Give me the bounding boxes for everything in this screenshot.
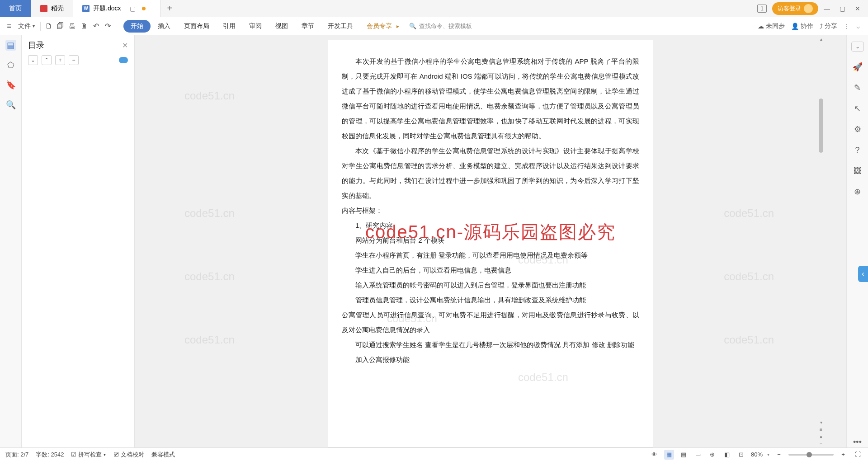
proofread[interactable]: 🗹文档校对 [113,451,144,459]
settings-icon[interactable]: ⚙ [852,124,863,135]
chevron-right-icon: ▸ [396,23,399,29]
ruler-icon[interactable]: ⊡ [736,450,746,460]
read-view-icon[interactable]: ▭ [693,450,703,460]
word-count[interactable]: 字数: 2542 [36,451,64,459]
zoom-thumb[interactable] [807,452,812,457]
login-button[interactable]: 访客登录 [772,2,818,15]
search-icon: 🔍 [409,23,416,29]
outline-toggle[interactable] [119,57,128,63]
save-as-icon[interactable]: 🗐 [55,21,66,32]
fullscreen-icon[interactable]: ⛶ [853,450,863,460]
zoom-slider[interactable] [788,454,834,456]
page-view-icon[interactable]: ▦ [664,450,674,460]
menu-layout[interactable]: 页面布局 [178,19,216,33]
collapse-all-icon[interactable]: ⌄ [28,55,38,65]
scroll-down-icon[interactable]: ▾ [817,419,825,426]
page-indicator[interactable]: 页面: 2/7 [5,451,28,459]
share-icon: ⤴ [820,23,823,30]
doc-paragraph: 本次开发的基于微信小程序的学生公寓电费信息管理系统相对于传统的 APP 脱离了平… [342,54,639,143]
close-button[interactable]: ✕ [851,2,864,15]
menu-review[interactable]: 审阅 [243,19,268,33]
status-bar: 页面: 2/7 字数: 2542 ☑拼写检查▾ 🗹文档校对 兼容模式 👁 ▦ ▤… [0,447,868,461]
menu-reference[interactable]: 引用 [217,19,242,33]
minimize-button[interactable]: — [820,2,834,15]
menu-bar: 开始 插入 页面布局 引用 审阅 视图 章节 开发工具 会员专享 ▸ [123,19,399,33]
add-tab-button[interactable]: + [160,3,179,14]
image-icon[interactable]: 🖼 [852,165,863,176]
right-rail: ⌄ 🚀 ✎ ↖ ⚙ ? 🖼 ⊛ ••• [846,35,868,447]
scroll-thumb[interactable] [819,99,823,153]
browse-object-icon[interactable]: ● [817,433,825,440]
watermark: code51.cn [518,366,568,390]
spell-check[interactable]: ☑拼写检查▾ [71,451,106,459]
remove-icon[interactable]: − [69,55,79,65]
outline-tools: ⌄ ⌃ + − [28,55,128,65]
pen-icon[interactable]: ✎ [852,82,863,93]
tab-daoke[interactable]: 稻壳 [31,0,73,17]
next-page-icon[interactable]: ≡ [817,440,825,447]
add-icon[interactable]: + [55,55,65,65]
expand-all-icon[interactable]: ⌃ [42,55,52,65]
check-icon: ☑ [71,451,76,458]
menu-devtools[interactable]: 开发工具 [321,19,359,33]
doc-line: 可以通过搜索学生姓名 查看学生是在几号楼那一次层和他的缴费情况 具有添加 修改 … [342,337,639,352]
menu-insert[interactable]: 插入 [151,19,177,33]
side-handle[interactable]: ‹ [858,266,868,282]
cursor-icon[interactable]: ↖ [852,103,863,114]
web-view-icon[interactable]: ⊕ [708,450,717,460]
zoom-in-icon[interactable]: + [838,450,848,460]
outline-view-icon[interactable]: ▤ [679,450,689,460]
help-icon[interactable]: ? [852,145,863,155]
print-preview-icon[interactable]: 🗎 [79,21,90,32]
print-icon[interactable]: 🖶 [67,21,78,32]
scroll-up-icon[interactable]: ▴ [817,35,825,42]
presentation-icon[interactable]: ▢ [130,5,136,12]
eye-icon[interactable]: 👁 [650,450,660,460]
maximize-button[interactable]: ▢ [835,2,849,15]
redo-icon[interactable]: ↷ [102,21,113,32]
search-box[interactable]: 🔍 查找命令、搜索模板 [409,22,472,30]
collapse-ribbon-icon[interactable]: ⌵ [856,23,860,30]
rocket-icon[interactable]: 🚀 [852,61,863,72]
bookmark-icon[interactable]: 🔖 [5,80,16,90]
tab-document[interactable]: W 开题.docx ▢ [73,0,160,17]
hamburger-icon[interactable]: ≡ [4,21,14,32]
file-menu[interactable]: 文件▾ [15,21,38,32]
person-icon: 👤 [791,23,799,30]
menu-view[interactable]: 视图 [269,19,294,33]
prev-page-icon[interactable]: ≡ [817,426,825,433]
outline-icon[interactable]: ▤ [5,40,16,51]
dropdown-icon[interactable]: ⌄ [851,42,864,52]
more-icon[interactable]: ⋮ [844,23,850,30]
toolbar: ≡ 文件▾ 🗋 🗐 🖶 🗎 ↶ ↷ 开始 插入 页面布局 引用 审阅 视图 章节… [0,17,868,35]
document-area[interactable]: code51.cn code51.cn code51.cn code51.cn … [135,35,846,447]
close-panel-icon[interactable]: ✕ [122,41,128,50]
vertical-scrollbar[interactable]: ▴ ▾ ≡ ● ≡ [817,35,825,447]
menu-vip[interactable]: 会员专享 [360,19,398,33]
cloud-icon: ☁ [758,23,764,30]
gear-icon[interactable]: ⊛ [852,186,863,197]
more-tools-icon[interactable]: ••• [852,437,863,447]
tab-home-label: 首页 [9,5,22,13]
search-rail-icon[interactable]: 🔍 [5,99,16,110]
tab-home[interactable]: 首页 [0,0,31,17]
sync-status[interactable]: ☁未同步 [758,22,785,30]
tag-icon[interactable]: ⬠ [5,60,16,71]
save-icon[interactable]: 🗋 [43,21,54,32]
undo-icon[interactable]: ↶ [90,21,101,32]
collab-button[interactable]: 👤协作 [791,22,813,30]
zoom-value[interactable]: 80% [751,451,763,458]
tab-document-label: 开题.docx [93,5,121,13]
menu-start[interactable]: 开始 [123,20,151,33]
menu-chapter[interactable]: 章节 [295,19,321,33]
tab-bar: 首页 稻壳 W 开题.docx ▢ + 1 访客登录 — ▢ ✕ [0,0,868,17]
doc-heading: 内容与框架： [342,203,639,218]
doc-line: 学生进入自己的后台，可以查看用电信息，电费信息 [342,263,639,278]
compat-mode[interactable]: 兼容模式 [151,451,175,459]
focus-view-icon[interactable]: ◧ [722,450,732,460]
daoke-icon [40,5,47,12]
zoom-out-icon[interactable]: − [774,450,784,460]
watermark: code51.cn [184,89,235,102]
share-button[interactable]: ⤴分享 [820,22,837,30]
notification-badge[interactable]: 1 [757,5,767,13]
